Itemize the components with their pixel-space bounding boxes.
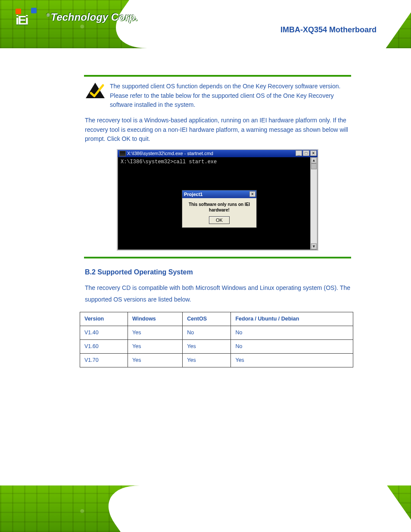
section-heading: B.2 Supported Operating System	[85, 268, 350, 277]
notice-paragraph-2: The recovery tool is a Windows-based app…	[85, 116, 350, 144]
content-column: The supported client OS function depends…	[80, 60, 355, 375]
table-header-row: Version Windows CentOS Fedora / Ubuntu /…	[80, 312, 353, 326]
logo-letters: iEi	[16, 14, 28, 27]
notice-divider-bottom	[84, 257, 351, 258]
cell: No	[183, 326, 231, 340]
table-row: V1.60 Yes Yes No	[80, 340, 353, 354]
footer-swoosh	[88, 485, 411, 532]
alert-ok-button[interactable]: OK	[209, 216, 230, 224]
footer-band	[0, 485, 411, 532]
table-row: V1.40 Yes No No	[80, 326, 353, 340]
cmd-scrollbar[interactable]: ▲ ▼	[310, 157, 317, 249]
cell: Yes	[183, 340, 231, 354]
scroll-thumb[interactable]	[311, 163, 317, 169]
page-root: iEi ®Technology Corp. IMBA-XQ354 Motherb…	[0, 0, 411, 532]
alert-popup: Project1 × This software only runs on IE…	[182, 190, 257, 228]
logo-square-blue	[31, 8, 37, 13]
table-body: V1.40 Yes No No V1.60 Yes Yes No V1.70 Y…	[80, 326, 353, 367]
alert-body: This software only runs on IEI hardware!…	[182, 198, 256, 227]
logo-mark: iEi	[16, 8, 41, 27]
cmd-title-text: X:\I386\system32\cmd.exe - startnet.cmd	[127, 151, 213, 156]
table-head: Version Windows CentOS Fedora / Ubuntu /…	[80, 312, 353, 326]
embedded-screenshot: X:\I386\system32\cmd.exe - startnet.cmd …	[118, 150, 318, 250]
th-1: Windows	[128, 312, 183, 326]
th-0: Version	[80, 312, 128, 326]
close-icon[interactable]: ×	[310, 150, 317, 156]
notice-divider-top	[84, 75, 351, 77]
cmd-text-line: X:\I386\system32>call start.exe	[118, 157, 310, 168]
brand-name: Technology Corp.	[50, 11, 138, 23]
header-band: iEi ®Technology Corp. IMBA-XQ354 Motherb…	[0, 0, 411, 48]
brand-text: ®Technology Corp.	[47, 12, 138, 22]
cell: V1.40	[80, 326, 128, 340]
cell: Yes	[128, 326, 183, 340]
registered-mark: ®	[47, 13, 50, 18]
scroll-up-icon[interactable]: ▲	[311, 157, 317, 163]
alert-title-text: Project1	[184, 192, 202, 197]
cmd-window-title: X:\I386\system32\cmd.exe - startnet.cmd …	[118, 150, 318, 157]
cell: V1.70	[80, 354, 128, 367]
cell: V1.60	[80, 340, 128, 354]
doc-title: IMBA-XQ354 Motherboard	[280, 26, 377, 34]
cmd-window: X:\I386\system32\cmd.exe - startnet.cmd …	[118, 150, 318, 250]
alert-message: This software only runs on IEI hardware!	[189, 202, 250, 212]
scroll-down-icon[interactable]: ▼	[311, 243, 317, 249]
cell: Yes	[128, 340, 183, 354]
os-support-table: Version Windows CentOS Fedora / Ubuntu /…	[80, 312, 353, 367]
cell: Yes	[183, 354, 231, 367]
th-2: CentOS	[183, 312, 231, 326]
cmd-window-controls: _ □ ×	[296, 150, 317, 156]
table-row: V1.70 Yes Yes Yes	[80, 354, 353, 367]
cell: Yes	[231, 354, 353, 367]
minimize-icon[interactable]: _	[296, 150, 302, 156]
header-swoosh	[96, 0, 411, 48]
section-paragraph: The recovery CD is compatible with both …	[85, 282, 350, 305]
cell: No	[231, 326, 353, 340]
notice-paragraph-1: The supported client OS function depends…	[110, 82, 350, 110]
warning-check-icon	[85, 82, 106, 99]
cell: Yes	[128, 354, 183, 367]
maximize-icon[interactable]: □	[303, 150, 309, 156]
th-3: Fedora / Ubuntu / Debian	[231, 312, 353, 326]
cell: No	[231, 340, 353, 354]
alert-titlebar: Project1 ×	[182, 190, 256, 198]
brand-logo: iEi ®Technology Corp.	[16, 8, 138, 27]
alert-close-icon[interactable]: ×	[249, 191, 255, 197]
